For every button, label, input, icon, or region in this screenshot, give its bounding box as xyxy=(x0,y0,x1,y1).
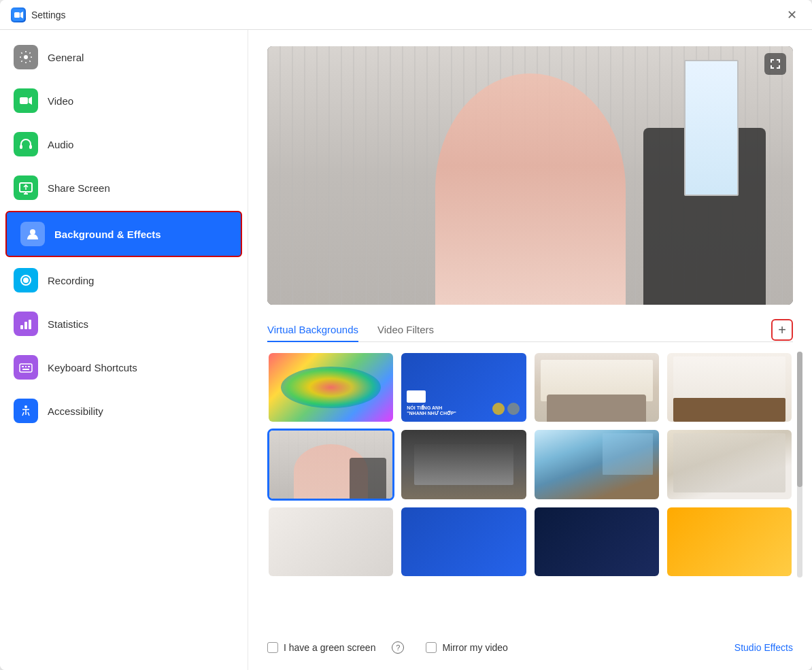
thumbnail-partial3[interactable] xyxy=(533,506,660,577)
tabs-row: Virtual Backgrounds Video Filters + xyxy=(267,318,793,342)
living-window xyxy=(603,433,652,475)
sidebar-item-label-share-screen: Share Screen xyxy=(48,182,110,194)
thumbnail-blue-presentation[interactable]: NÓI TIẾNG ANH"NHANH NHƯ CHỚP" xyxy=(400,352,527,423)
blue-thumb-circle2 xyxy=(507,403,520,415)
bottom-options: I have a green screen ? Mirror my video … xyxy=(267,628,793,654)
close-button[interactable]: ✕ xyxy=(782,5,801,24)
sidebar-item-label-audio: Audio xyxy=(48,139,73,150)
sidebar: General Video xyxy=(0,30,248,670)
green-screen-text: I have a green screen xyxy=(284,642,375,653)
person-card-icon xyxy=(20,222,45,246)
room1-sofa xyxy=(547,395,647,422)
green-screen-help-icon[interactable]: ? xyxy=(392,641,404,654)
thumbnail-partial4[interactable] xyxy=(666,506,793,577)
gear-icon xyxy=(14,45,38,69)
green-screen-checkbox[interactable] xyxy=(267,642,278,653)
sidebar-item-audio[interactable]: Audio xyxy=(0,122,248,166)
accessibility-icon xyxy=(14,399,38,423)
svg-rect-15 xyxy=(20,364,32,372)
svg-rect-14 xyxy=(29,320,31,329)
sidebar-item-statistics[interactable]: Statistics xyxy=(0,302,248,346)
titlebar: Settings ✕ xyxy=(0,0,812,30)
sidebar-item-video[interactable]: Video xyxy=(0,79,248,122)
blue-thumb-text: NÓI TIẾNG ANH"NHANH NHƯ CHỚP" xyxy=(407,405,456,416)
svg-rect-7 xyxy=(29,145,32,149)
video-camera-icon xyxy=(14,88,38,113)
svg-rect-13 xyxy=(24,322,27,329)
mirror-video-text: Mirror my video xyxy=(442,642,507,653)
thumbnails-scrollbar-thumb xyxy=(797,352,802,487)
zoom-logo-icon xyxy=(11,7,26,22)
add-background-button[interactable]: + xyxy=(771,319,793,341)
thumbnail-room2[interactable] xyxy=(666,352,793,423)
modern-apt-room xyxy=(673,433,785,492)
svg-rect-19 xyxy=(22,369,29,370)
sidebar-item-label-keyboard-shortcuts: Keyboard Shortcuts xyxy=(48,362,137,373)
svg-rect-6 xyxy=(20,145,22,149)
svg-point-3 xyxy=(24,55,28,59)
thumbnail-studio[interactable] xyxy=(400,429,527,500)
thumbnails-grid: NÓI TIẾNG ANH"NHANH NHƯ CHỚP" xyxy=(267,352,793,577)
sidebar-item-label-statistics: Statistics xyxy=(48,318,88,330)
sidebar-item-recording[interactable]: Recording xyxy=(0,258,248,302)
svg-rect-1 xyxy=(14,12,20,18)
svg-rect-12 xyxy=(20,325,23,329)
sidebar-item-general[interactable]: General xyxy=(0,35,248,79)
svg-rect-4 xyxy=(20,97,28,104)
svg-rect-17 xyxy=(25,366,27,367)
thumbnails-scrollbar[interactable] xyxy=(797,352,802,577)
thumbnail-partial2[interactable] xyxy=(400,506,527,577)
blue-thumb-circle1 xyxy=(492,403,505,415)
titlebar-left: Settings xyxy=(11,7,66,22)
video-window-element xyxy=(684,60,739,196)
colorful-splash-decoration xyxy=(281,367,381,408)
thumbnail-colorful[interactable] xyxy=(267,352,394,423)
mirror-video-label[interactable]: Mirror my video xyxy=(426,642,507,653)
svg-marker-5 xyxy=(29,97,32,105)
svg-point-9 xyxy=(30,229,35,235)
partial1-bg xyxy=(269,507,393,576)
settings-window: Settings ✕ General xyxy=(0,0,812,670)
video-person-figure xyxy=(435,73,626,305)
blue-thumb-logo xyxy=(407,390,426,403)
sidebar-item-share-screen[interactable]: Share Screen xyxy=(0,166,248,210)
headphones-icon xyxy=(14,132,38,156)
video-preview xyxy=(267,46,793,305)
sidebar-item-background-effects[interactable]: Background & Effects xyxy=(5,211,242,257)
main-panel: Virtual Backgrounds Video Filters + xyxy=(248,30,812,670)
svg-rect-18 xyxy=(28,366,30,367)
sidebar-item-accessibility[interactable]: Accessibility xyxy=(0,389,248,433)
blue-thumb-circles xyxy=(492,403,520,415)
sidebar-item-keyboard-shortcuts[interactable]: Keyboard Shortcuts xyxy=(0,346,248,389)
studio-wall xyxy=(414,444,514,486)
sidebar-item-label-recording: Recording xyxy=(48,275,94,286)
recording-icon xyxy=(14,268,38,292)
thumbnail-room1[interactable] xyxy=(533,352,660,423)
thumbnail-partial1[interactable] xyxy=(267,506,394,577)
content-area: General Video xyxy=(0,30,812,670)
sidebar-item-label-general: General xyxy=(48,52,84,63)
svg-point-20 xyxy=(24,405,27,408)
keyboard-icon xyxy=(14,355,38,380)
sidebar-item-label-video: Video xyxy=(48,95,73,107)
partial4-bg xyxy=(667,507,792,576)
sidebar-item-label-background-effects: Background & Effects xyxy=(54,229,161,240)
svg-point-11 xyxy=(23,278,29,283)
tab-video-filters[interactable]: Video Filters xyxy=(377,318,434,342)
sidebar-item-label-accessibility: Accessibility xyxy=(48,405,103,417)
thumbnail-modern-apt[interactable] xyxy=(666,429,793,500)
tab-virtual-backgrounds[interactable]: Virtual Backgrounds xyxy=(267,318,358,342)
green-screen-label[interactable]: I have a green screen xyxy=(267,642,375,653)
thumbnail-living-room[interactable] xyxy=(533,429,660,500)
window-title: Settings xyxy=(31,10,66,20)
mirror-video-checkbox[interactable] xyxy=(426,642,437,653)
thumbnail-camera-selected[interactable] xyxy=(267,429,394,500)
studio-effects-link[interactable]: Studio Effects xyxy=(734,642,793,653)
share-screen-icon xyxy=(14,175,38,200)
video-preview-container xyxy=(267,46,793,305)
expand-button[interactable] xyxy=(764,53,786,75)
thumbnails-wrapper: NÓI TIẾNG ANH"NHANH NHƯ CHỚP" xyxy=(267,352,793,577)
partial3-bg xyxy=(535,507,659,576)
bar-chart-icon xyxy=(14,312,38,336)
camera-thumb-chair xyxy=(350,458,386,499)
